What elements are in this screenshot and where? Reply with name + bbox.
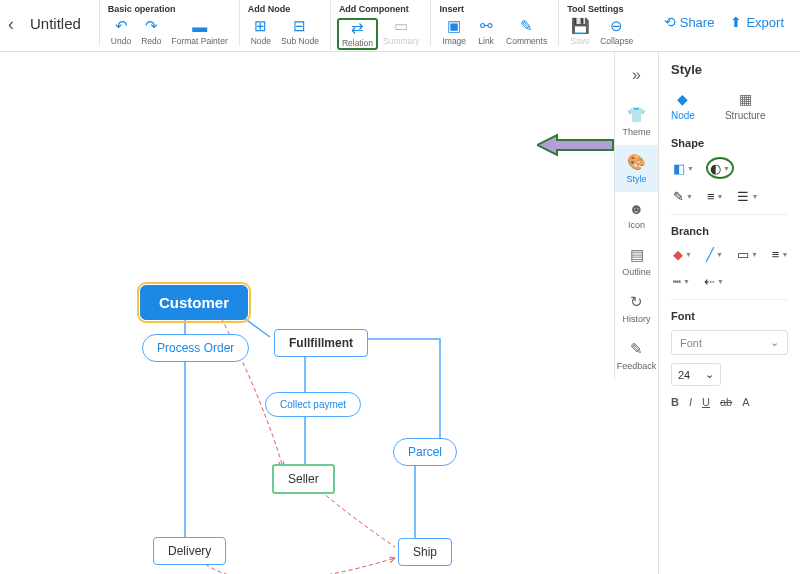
save-icon: 💾 — [571, 18, 590, 34]
branch-color-control[interactable]: ◆▼ — [671, 245, 694, 264]
outline-icon: ▤ — [630, 246, 644, 264]
panel-collapse-button[interactable]: » — [632, 60, 641, 98]
fill-icon: ◧ — [673, 161, 685, 176]
group-basic-operation: Basic operation ↶Undo ↷Redo ▬Format Pain… — [99, 0, 239, 46]
comments-icon: ✎ — [520, 18, 533, 34]
bg-icon: ◐ — [710, 161, 721, 176]
node-customer[interactable]: Customer — [140, 285, 248, 320]
redo-icon: ↷ — [145, 18, 158, 34]
feedback-icon: ✎ — [630, 340, 643, 358]
strike-button[interactable]: ab — [720, 396, 732, 408]
group-tool-settings: Tool Settings 💾Save ⊖Collapse — [558, 0, 644, 46]
sidetab-icon[interactable]: ☻Icon — [615, 192, 658, 238]
sub-node-icon: ⊟ — [293, 18, 306, 34]
undo-icon: ↶ — [115, 18, 128, 34]
node-process-order[interactable]: Process Order — [142, 334, 249, 362]
chevron-down-icon: ⌄ — [770, 336, 779, 349]
bold-button[interactable]: B — [671, 396, 679, 408]
branch-dash-icon: ┉ — [673, 274, 681, 289]
topbar-right: ⟲Share ⬆Export — [664, 0, 800, 30]
group-add-component: Add Component ⇄Relation ▭Summary — [330, 0, 431, 50]
style-icon: 🎨 — [627, 153, 646, 171]
shape-align-control[interactable]: ≡▼ — [705, 187, 726, 206]
share-button[interactable]: ⟲Share — [664, 14, 715, 30]
collapse-button[interactable]: ⊖Collapse — [595, 18, 638, 46]
node-ship[interactable]: Ship — [398, 538, 452, 566]
node-button[interactable]: ⊞Node — [246, 18, 276, 46]
shape-lines-control[interactable]: ☰▼ — [735, 187, 760, 206]
sidetab-style[interactable]: 🎨Style — [615, 145, 658, 192]
subtab-structure[interactable]: ▦Structure — [725, 91, 766, 121]
group-insert: Insert ▣Image ⚯Link ✎Comments — [430, 0, 558, 46]
font-family-select[interactable]: Font⌄ — [671, 330, 788, 355]
collapse-icon: ⊖ — [610, 18, 623, 34]
shape-border-control[interactable]: ✎▼ — [671, 187, 695, 206]
align-icon: ≡ — [707, 189, 715, 204]
format-painter-icon: ▬ — [192, 18, 207, 34]
link-icon: ⚯ — [480, 18, 493, 34]
save-button[interactable]: 💾Save — [565, 18, 595, 46]
group-label-addnode: Add Node — [246, 2, 324, 18]
theme-icon: 👕 — [627, 106, 646, 124]
font-color-button[interactable]: A — [742, 396, 749, 408]
side-tabs: » 👕Theme 🎨Style ☻Icon ▤Outline ↻History … — [614, 52, 658, 379]
branch-line-control[interactable]: ╱▼ — [704, 245, 725, 264]
chevron-down-icon: ⌄ — [705, 368, 714, 381]
branch-rect-control[interactable]: ▭▼ — [735, 245, 760, 264]
branch-rect-icon: ▭ — [737, 247, 749, 262]
section-font: Font — [671, 310, 788, 322]
image-button[interactable]: ▣Image — [437, 18, 471, 46]
branch-line-icon: ╱ — [706, 247, 714, 262]
sidetab-theme[interactable]: 👕Theme — [615, 98, 658, 145]
branch-color-icon: ◆ — [673, 247, 683, 262]
mindmap-canvas[interactable]: Customer Process Order Fullfillment Coll… — [0, 52, 614, 574]
group-label-insert: Insert — [437, 2, 552, 18]
node-delivery[interactable]: Delivery — [153, 537, 226, 565]
branch-arrow-control[interactable]: ⇠▼ — [702, 272, 726, 291]
underline-button[interactable]: U — [702, 396, 710, 408]
link-button[interactable]: ⚯Link — [471, 18, 501, 46]
relation-icon: ⇄ — [351, 20, 364, 36]
panel-title: Style — [671, 62, 788, 77]
comments-button[interactable]: ✎Comments — [501, 18, 552, 46]
sidetab-feedback[interactable]: ✎Feedback — [615, 332, 658, 379]
branch-list-icon: ≡ — [772, 247, 780, 262]
export-icon: ⬆ — [730, 14, 742, 30]
italic-button[interactable]: I — [689, 396, 692, 408]
sidetab-history[interactable]: ↻History — [615, 285, 658, 332]
format-painter-button[interactable]: ▬Format Painter — [167, 18, 233, 46]
document-title[interactable]: Untitled — [22, 0, 99, 32]
section-shape: Shape — [671, 137, 788, 149]
sidetab-outline[interactable]: ▤Outline — [615, 238, 658, 285]
relation-button[interactable]: ⇄Relation — [337, 18, 378, 50]
node-icon: ⊞ — [254, 18, 267, 34]
branch-dash-control[interactable]: ┉▼ — [671, 272, 692, 291]
summary-button[interactable]: ▭Summary — [378, 18, 424, 50]
top-toolbar: ‹ Untitled Basic operation ↶Undo ↷Redo ▬… — [0, 0, 800, 52]
subtab-node[interactable]: ◆Node — [671, 91, 695, 121]
branch-list-control[interactable]: ≡▼ — [770, 245, 791, 264]
font-size-select[interactable]: 24⌄ — [671, 363, 721, 386]
shape-fill-control[interactable]: ◧▼ — [671, 157, 696, 179]
back-button[interactable]: ‹ — [0, 0, 22, 49]
node-collect-paymet[interactable]: Collect paymet — [265, 392, 361, 417]
summary-icon: ▭ — [394, 18, 408, 34]
sub-node-button[interactable]: ⊟Sub Node — [276, 18, 324, 46]
node-parcel[interactable]: Parcel — [393, 438, 457, 466]
node-tab-icon: ◆ — [677, 91, 688, 107]
node-fullfillment[interactable]: Fullfillment — [274, 329, 368, 357]
group-label-toolsettings: Tool Settings — [565, 2, 638, 18]
undo-button[interactable]: ↶Undo — [106, 18, 136, 46]
shape-bg-control[interactable]: ◐▼ — [706, 157, 734, 179]
connector-lines — [0, 52, 614, 574]
share-icon: ⟲ — [664, 14, 676, 30]
border-icon: ✎ — [673, 189, 684, 204]
branch-arrow-icon: ⇠ — [704, 274, 715, 289]
node-seller[interactable]: Seller — [272, 464, 335, 494]
redo-button[interactable]: ↷Redo — [136, 18, 166, 46]
export-button[interactable]: ⬆Export — [730, 14, 784, 30]
group-label-addcomponent: Add Component — [337, 2, 425, 18]
history-icon: ↻ — [630, 293, 643, 311]
icon-icon: ☻ — [629, 200, 645, 217]
lines-icon: ☰ — [737, 189, 749, 204]
